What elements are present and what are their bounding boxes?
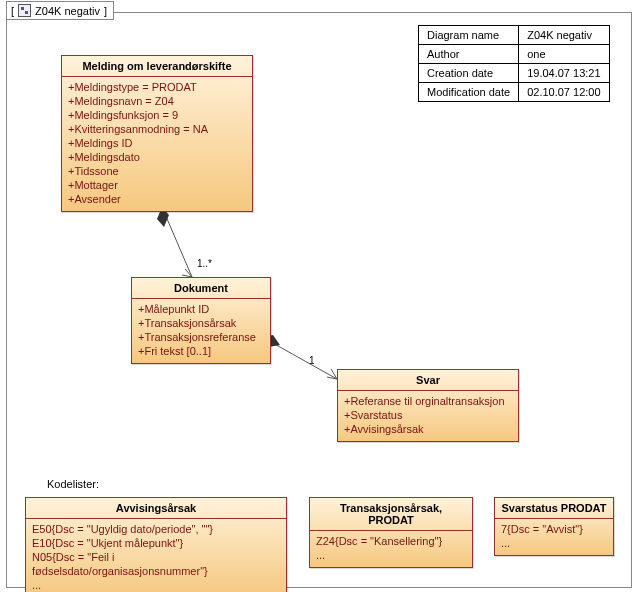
attr: +Mottager xyxy=(68,178,246,192)
class-attrs: 7{Dsc = "Avvist"} ... xyxy=(495,519,613,555)
class-title: Avvisingsårsak xyxy=(26,498,286,519)
attr: +Avsender xyxy=(68,192,246,206)
attr: 7{Dsc = "Avvist"} xyxy=(501,522,607,536)
class-svar[interactable]: Svar +Referanse til orginaltransaksjon +… xyxy=(337,369,519,442)
attr: ... xyxy=(316,548,466,562)
attr: ... xyxy=(32,578,280,592)
class-attrs: E50{Dsc = "Ugyldig dato/periode", ""} E1… xyxy=(26,519,286,592)
class-transaksjonsarsak[interactable]: Transaksjonsårsak, PRODAT Z24{Dsc = "Kan… xyxy=(309,497,473,568)
attr: +Referanse til orginaltransaksjon xyxy=(344,394,512,408)
class-title: Dokument xyxy=(132,278,270,299)
kodelister-label: Kodelister: xyxy=(47,478,99,490)
meta-row: Creation date 19.04.07 13:21 xyxy=(419,64,610,83)
meta-table: Diagram name Z04K negativ Author one Cre… xyxy=(418,25,610,102)
attr: +Meldingstype = PRODAT xyxy=(68,80,246,94)
frame-title-text: Z04K negativ xyxy=(35,5,100,17)
class-attrs: +Meldingstype = PRODAT +Meldingsnavn = Z… xyxy=(62,77,252,211)
class-attrs: +Målepunkt ID +Transaksjonsårsak +Transa… xyxy=(132,299,270,363)
meta-val: 19.04.07 13:21 xyxy=(519,64,609,83)
attr: +Transaksjonsreferanse xyxy=(138,330,264,344)
class-melding[interactable]: Melding om leverandørskifte +Meldingstyp… xyxy=(61,55,253,212)
svg-line-0 xyxy=(162,207,192,277)
attr: +Meldingsdato xyxy=(68,150,246,164)
frame-title: [ Z04K negativ ] xyxy=(6,1,114,20)
class-avvisingsarsak[interactable]: Avvisingsårsak E50{Dsc = "Ugyldig dato/p… xyxy=(25,497,287,592)
attr: ... xyxy=(501,536,607,550)
attr: +Meldings ID xyxy=(68,136,246,150)
attr: +Kvitteringsanmodning = NA xyxy=(68,122,246,136)
attr: +Transaksjonsårsak xyxy=(138,316,264,330)
diagram-frame: [ Z04K negativ ] Diagram name Z04K negat… xyxy=(6,12,632,588)
meta-key: Creation date xyxy=(419,64,519,83)
meta-val: one xyxy=(519,45,609,64)
class-dokument[interactable]: Dokument +Målepunkt ID +Transaksjonsårsa… xyxy=(131,277,271,364)
class-svarstatus[interactable]: Svarstatus PRODAT 7{Dsc = "Avvist"} ... xyxy=(494,497,614,556)
class-title: Svar xyxy=(338,370,518,391)
attr: +Meldingsfunksjon = 9 xyxy=(68,108,246,122)
attr: E50{Dsc = "Ugyldig dato/periode", ""} xyxy=(32,522,280,536)
class-title: Svarstatus PRODAT xyxy=(495,498,613,519)
class-title: Melding om leverandørskifte xyxy=(62,56,252,77)
attr: +Avvisingsårsak xyxy=(344,422,512,436)
attr: E10{Dsc = "Ukjent målepunkt"} xyxy=(32,536,280,550)
multiplicity-dokument: 1..* xyxy=(197,258,212,269)
meta-row: Modification date 02.10.07 12:00 xyxy=(419,83,610,102)
meta-key: Diagram name xyxy=(419,26,519,45)
multiplicity-svar: 1 xyxy=(309,355,315,366)
meta-row: Author one xyxy=(419,45,610,64)
attr: Z24{Dsc = "Kansellering"} xyxy=(316,534,466,548)
attr: +Fri tekst [0..1] xyxy=(138,344,264,358)
class-attrs: Z24{Dsc = "Kansellering"} ... xyxy=(310,531,472,567)
class-title: Transaksjonsårsak, PRODAT xyxy=(310,498,472,531)
meta-key: Modification date xyxy=(419,83,519,102)
attr: N05{Dsc = "Feil i fødselsdato/organisasj… xyxy=(32,550,280,578)
attr: +Tidssone xyxy=(68,164,246,178)
meta-row: Diagram name Z04K negativ xyxy=(419,26,610,45)
attr: +Svarstatus xyxy=(344,408,512,422)
attr: +Meldingsnavn = Z04 xyxy=(68,94,246,108)
attr: +Målepunkt ID xyxy=(138,302,264,316)
frame-icon xyxy=(18,4,31,17)
class-attrs: +Referanse til orginaltransaksjon +Svars… xyxy=(338,391,518,441)
meta-val: 02.10.07 12:00 xyxy=(519,83,609,102)
svg-line-2 xyxy=(262,337,337,379)
meta-val: Z04K negativ xyxy=(519,26,609,45)
meta-key: Author xyxy=(419,45,519,64)
